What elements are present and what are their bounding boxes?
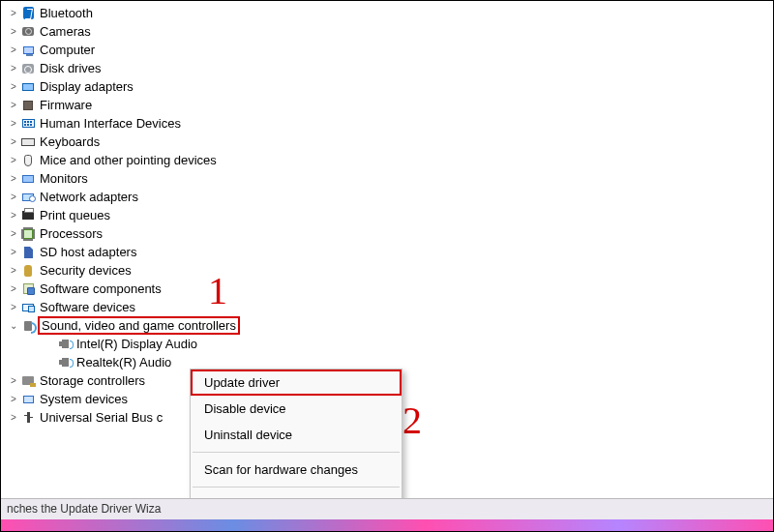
tree-item-label: Security devices (40, 263, 132, 278)
camera-icon (20, 24, 36, 40)
speaker-icon (57, 337, 73, 352)
chevron-right-icon[interactable]: > (7, 136, 20, 147)
tree-item-label: Cameras (40, 24, 91, 39)
chevron-right-icon[interactable]: > (7, 228, 20, 239)
tree-item[interactable]: >Network adapters (1, 188, 773, 206)
tree-item-label: Computer (40, 43, 95, 57)
mouse-icon (20, 153, 36, 168)
processor-icon (20, 226, 36, 242)
tree-item[interactable]: >Intel(R) Display Audio (1, 335, 773, 353)
chevron-right-icon[interactable]: > (7, 412, 20, 423)
chevron-right-icon[interactable]: > (7, 247, 20, 257)
tree-item-label: Storage controllers (40, 373, 145, 388)
tree-item[interactable]: >Bluetooth (1, 4, 773, 22)
tree-item[interactable]: >Display adapters (1, 77, 773, 96)
chevron-right-icon[interactable]: > (7, 394, 20, 404)
bluetooth-icon (20, 6, 36, 21)
tree-item-label: Display adapters (40, 79, 134, 94)
tree-item[interactable]: ⌄Sound, video and game controllers (1, 316, 773, 335)
security-icon (20, 263, 36, 279)
menu-disable-device[interactable]: Disable device (191, 396, 402, 422)
chevron-right-icon[interactable]: > (7, 100, 20, 110)
computer-icon (20, 43, 36, 58)
tree-item[interactable]: >SD host adapters (1, 243, 773, 261)
display-adapter-icon (20, 79, 36, 95)
status-bar: nches the Update Driver Wiza (1, 498, 773, 519)
chevron-right-icon[interactable]: > (7, 118, 20, 129)
tree-item[interactable]: >Disk drives (1, 59, 773, 77)
tree-item[interactable]: >Software components (1, 280, 773, 298)
tree-item-label: Human Interface Devices (40, 116, 181, 131)
network-adapter-icon (20, 190, 36, 205)
context-menu: Update driver Disable device Uninstall d… (190, 369, 402, 518)
tree-item[interactable]: >Cameras (1, 22, 773, 41)
tree-item-label: SD host adapters (40, 245, 136, 259)
chevron-right-icon[interactable]: > (7, 375, 20, 386)
tree-item-label: Bluetooth (40, 6, 93, 20)
tree-item-label: Realtek(R) Audio (76, 355, 171, 369)
status-text: nches the Update Driver Wiza (7, 502, 161, 516)
firmware-icon (20, 98, 36, 113)
usb-icon (20, 410, 36, 426)
tree-item[interactable]: >Software devices (1, 298, 773, 316)
system-device-icon (20, 392, 36, 407)
menu-separator (193, 452, 400, 453)
chevron-right-icon[interactable]: > (7, 192, 20, 202)
tree-item-label: Mice and other pointing devices (40, 153, 217, 167)
sd-card-icon (20, 245, 36, 260)
tree-item[interactable]: >Keyboards (1, 133, 773, 151)
chevron-right-icon[interactable]: > (7, 265, 20, 276)
taskbar-strip (1, 519, 773, 531)
tree-item-label: Software devices (40, 300, 135, 314)
tree-item-label: Universal Serial Bus c (40, 410, 163, 425)
tree-item-label: System devices (40, 392, 128, 406)
menu-update-driver[interactable]: Update driver (191, 369, 402, 396)
chevron-right-icon[interactable]: > (7, 81, 20, 92)
tree-item[interactable]: >Security devices (1, 261, 773, 280)
tree-item-label: Intel(R) Display Audio (76, 337, 197, 351)
keyboard-icon (20, 134, 36, 150)
tree-item-label: Firmware (40, 98, 92, 112)
menu-uninstall-device[interactable]: Uninstall device (191, 422, 402, 448)
tree-item-label: Processors (40, 226, 103, 241)
sound-icon (20, 318, 36, 334)
tree-item[interactable]: >Processors (1, 224, 773, 243)
chevron-right-icon[interactable]: > (7, 8, 20, 18)
disk-icon (20, 61, 36, 76)
tree-item-label: Keyboards (40, 134, 100, 149)
tree-item-label: Network adapters (40, 190, 138, 204)
chevron-right-icon[interactable]: > (7, 26, 20, 37)
hid-icon (20, 116, 36, 132)
tree-item-label: Disk drives (40, 61, 102, 75)
chevron-right-icon[interactable]: > (7, 44, 20, 55)
device-tree: >Bluetooth>Cameras>Computer>Disk drives>… (1, 1, 773, 427)
tree-item-label: Print queues (40, 208, 110, 222)
chevron-right-icon[interactable]: > (7, 210, 20, 221)
tree-item[interactable]: >Computer (1, 41, 773, 59)
chevron-right-icon[interactable]: > (7, 63, 20, 74)
chevron-right-icon[interactable]: > (7, 155, 20, 165)
monitor-icon (20, 171, 36, 187)
tree-item[interactable]: >Firmware (1, 96, 773, 114)
chevron-down-icon[interactable]: ⌄ (7, 320, 20, 331)
tree-item[interactable]: >Monitors (1, 169, 773, 188)
tree-item[interactable]: >Human Interface Devices (1, 114, 773, 133)
tree-item-label: Sound, video and game controllers (38, 316, 240, 335)
speaker-icon (57, 355, 73, 370)
menu-separator (193, 487, 400, 488)
chevron-right-icon[interactable]: > (7, 173, 20, 184)
chevron-right-icon[interactable]: > (7, 302, 20, 312)
tree-item-label: Software components (40, 281, 162, 296)
storage-icon (20, 373, 36, 389)
menu-scan-hardware[interactable]: Scan for hardware changes (191, 457, 402, 483)
tree-item[interactable]: >Mice and other pointing devices (1, 151, 773, 169)
tree-item[interactable]: >Print queues (1, 206, 773, 224)
printer-icon (20, 208, 36, 223)
tree-item-label: Monitors (40, 171, 88, 186)
software-component-icon (20, 281, 36, 297)
software-device-icon (20, 300, 36, 315)
chevron-right-icon[interactable]: > (7, 283, 20, 294)
